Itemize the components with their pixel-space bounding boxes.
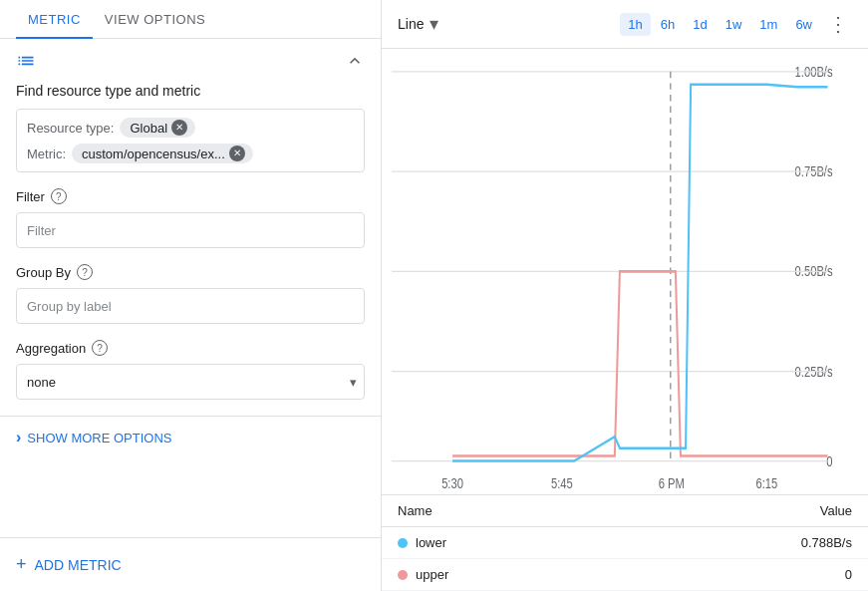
time-btn-1w[interactable]: 1w bbox=[718, 13, 750, 36]
legend-row-lower: lower 0.788B/s bbox=[382, 527, 868, 559]
svg-text:6:15: 6:15 bbox=[756, 474, 778, 491]
tab-metric[interactable]: METRIC bbox=[16, 0, 93, 39]
metric-row: Metric: custom/opencensus/ex... ✕ bbox=[27, 144, 354, 163]
chart-toolbar: Line ▾ 1h 6h 1d 1w 1m 6w ⋮ bbox=[382, 0, 868, 49]
tabs-bar: METRIC VIEW OPTIONS bbox=[0, 0, 381, 39]
group-by-group: Group By ? bbox=[16, 264, 365, 324]
time-btn-1d[interactable]: 1d bbox=[685, 13, 715, 36]
lower-value: 0.788B/s bbox=[801, 535, 852, 550]
aggregation-help-icon[interactable]: ? bbox=[92, 340, 108, 356]
section-header bbox=[16, 51, 365, 71]
resource-metric-box: Resource type: Global ✕ Metric: custom/o… bbox=[16, 109, 365, 172]
filter-help-icon[interactable]: ? bbox=[51, 188, 67, 204]
resource-chip: Global ✕ bbox=[120, 118, 195, 138]
chart-type-selector[interactable]: Line ▾ bbox=[398, 13, 438, 35]
group-by-help-icon[interactable]: ? bbox=[77, 264, 93, 280]
time-btn-6h[interactable]: 6h bbox=[653, 13, 683, 36]
list-icon bbox=[16, 51, 36, 71]
panel-content: Find resource type and metric Resource t… bbox=[0, 39, 381, 537]
add-metric-button[interactable]: + ADD METRIC bbox=[0, 537, 381, 591]
lower-name: lower bbox=[416, 535, 446, 550]
upper-name: upper bbox=[416, 567, 448, 582]
metric-chip-close[interactable]: ✕ bbox=[229, 146, 245, 161]
chart-svg: 1.00B/s 0.75B/s 0.50B/s 0.25B/s 0 5:30 5… bbox=[392, 59, 858, 494]
more-options-icon[interactable]: ⋮ bbox=[824, 8, 852, 40]
time-btn-1m[interactable]: 1m bbox=[751, 13, 785, 36]
resource-chip-close[interactable]: ✕ bbox=[171, 120, 187, 136]
svg-text:6 PM: 6 PM bbox=[659, 474, 685, 491]
section-header-left bbox=[16, 51, 36, 71]
legend-row-upper: upper 0 bbox=[382, 559, 868, 591]
time-range-buttons: 1h 6h 1d 1w 1m 6w bbox=[620, 13, 820, 36]
chart-controls: 1h 6h 1d 1w 1m 6w ⋮ bbox=[620, 8, 852, 40]
upper-value: 0 bbox=[845, 567, 852, 582]
aggregation-select-wrapper: none mean sum min max count stddev ▾ bbox=[16, 364, 365, 400]
find-resource-group: Find resource type and metric Resource t… bbox=[16, 83, 365, 172]
show-more-label: SHOW MORE OPTIONS bbox=[27, 431, 171, 445]
left-panel: METRIC VIEW OPTIONS bbox=[0, 0, 382, 591]
time-btn-1h[interactable]: 1h bbox=[620, 13, 650, 36]
legend-name-col: Name bbox=[398, 503, 433, 518]
aggregation-label: Aggregation ? bbox=[16, 340, 365, 356]
add-metric-icon: + bbox=[16, 554, 27, 575]
legend-table: Name Value lower 0.788B/s upper 0 bbox=[382, 494, 868, 591]
group-by-input[interactable] bbox=[16, 288, 365, 324]
show-more-options[interactable]: › SHOW MORE OPTIONS bbox=[0, 417, 381, 458]
time-btn-6w[interactable]: 6w bbox=[787, 13, 820, 36]
chart-type-dropdown-icon: ▾ bbox=[430, 13, 438, 35]
metric-section: Find resource type and metric Resource t… bbox=[0, 39, 381, 417]
metric-label: Metric: bbox=[27, 147, 66, 161]
lower-dot bbox=[398, 538, 408, 548]
svg-text:5:30: 5:30 bbox=[441, 474, 463, 491]
add-metric-label: ADD METRIC bbox=[35, 557, 122, 573]
resource-type-row: Resource type: Global ✕ bbox=[27, 118, 354, 138]
upper-dot bbox=[398, 570, 408, 580]
chart-container: 1.00B/s 0.75B/s 0.50B/s 0.25B/s 0 5:30 5… bbox=[382, 49, 868, 591]
chart-type-label: Line bbox=[398, 16, 424, 32]
chart-svg-area: 1.00B/s 0.75B/s 0.50B/s 0.25B/s 0 5:30 5… bbox=[382, 49, 868, 494]
filter-label: Filter ? bbox=[16, 188, 365, 204]
aggregation-group: Aggregation ? none mean sum min max coun… bbox=[16, 340, 365, 400]
legend-value-col: Value bbox=[820, 503, 852, 518]
filter-group: Filter ? bbox=[16, 188, 365, 248]
right-panel: Line ▾ 1h 6h 1d 1w 1m 6w ⋮ 1.00B/s 0.75B… bbox=[382, 0, 868, 591]
collapse-icon[interactable] bbox=[345, 51, 365, 71]
svg-text:5:45: 5:45 bbox=[551, 474, 573, 491]
filter-input[interactable] bbox=[16, 212, 365, 248]
aggregation-select[interactable]: none mean sum min max count stddev bbox=[16, 364, 365, 400]
find-resource-title: Find resource type and metric bbox=[16, 83, 365, 99]
legend-row-lower-left: lower bbox=[398, 535, 446, 550]
legend-header: Name Value bbox=[382, 495, 868, 527]
group-by-label: Group By ? bbox=[16, 264, 365, 280]
legend-row-upper-left: upper bbox=[398, 567, 448, 582]
tab-view-options[interactable]: VIEW OPTIONS bbox=[93, 0, 217, 39]
show-more-chevron-icon: › bbox=[16, 429, 21, 446]
resource-type-label: Resource type: bbox=[27, 121, 114, 136]
metric-chip: custom/opencensus/ex... ✕ bbox=[72, 144, 253, 163]
